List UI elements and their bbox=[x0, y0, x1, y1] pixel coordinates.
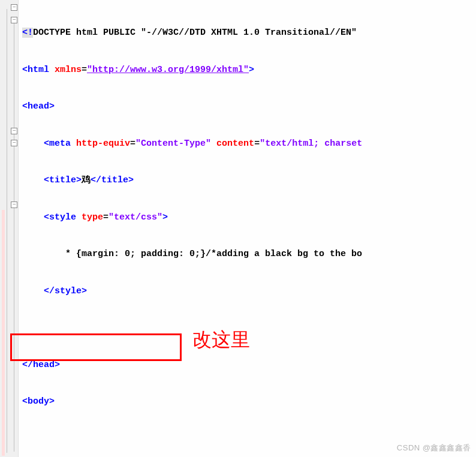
meta-tag: <meta bbox=[44, 139, 71, 149]
html-tag: <html bbox=[22, 65, 49, 75]
eq: = bbox=[254, 139, 260, 149]
head-close: </head> bbox=[22, 360, 60, 370]
fold-toggle-icon[interactable]: − bbox=[11, 17, 17, 23]
title-open: <title> bbox=[44, 175, 82, 185]
fold-toggle-icon[interactable]: − bbox=[11, 202, 17, 208]
fold-guide bbox=[7, 9, 7, 453]
eq: = bbox=[82, 65, 87, 75]
tag-close: > bbox=[249, 65, 254, 75]
attr: http-equiv bbox=[71, 139, 130, 149]
tag-close: > bbox=[162, 212, 168, 223]
attr-value: "http://www.w3.org/1999/xhtml" bbox=[87, 65, 249, 75]
attr-value: "Content-Type" bbox=[135, 139, 211, 149]
title-close: </title> bbox=[91, 175, 134, 185]
doctype-text: DOCTYPE html PUBLIC "-//W3C//DTD XHTML 1… bbox=[33, 28, 362, 38]
attr: type bbox=[76, 212, 103, 223]
attr-value: "text/html; charset bbox=[260, 139, 362, 149]
code-editor[interactable]: − − − − − <!DOCTYPE html PUBLIC "-//W3C/… bbox=[0, 0, 476, 457]
css-text: * {margin: 0; padding: 0;}/*adding a bla… bbox=[65, 249, 362, 259]
attr: xmlns bbox=[49, 65, 82, 75]
fold-toggle-icon[interactable]: − bbox=[11, 128, 17, 134]
code-area[interactable]: <!DOCTYPE html PUBLIC "-//W3C//DTD XHTML… bbox=[19, 0, 476, 457]
doctype-open: <! bbox=[22, 28, 33, 38]
eq: = bbox=[103, 212, 109, 223]
attr-value: "text/css" bbox=[109, 212, 162, 223]
gutter: − − − − − bbox=[0, 0, 19, 457]
style-open: <style bbox=[44, 212, 76, 223]
highlight-box bbox=[10, 333, 182, 361]
fold-guide bbox=[14, 20, 14, 452]
body-tag: <body> bbox=[22, 396, 55, 407]
head-tag: <head> bbox=[22, 101, 55, 112]
annotation-text: 改这里 bbox=[192, 333, 250, 346]
fold-toggle-icon[interactable]: − bbox=[11, 4, 17, 11]
title-text: 鸡 bbox=[82, 175, 91, 185]
style-close: </style> bbox=[44, 286, 87, 296]
attr: content bbox=[211, 139, 254, 149]
eq: = bbox=[130, 139, 135, 149]
fold-toggle-icon[interactable]: − bbox=[11, 140, 17, 146]
change-bar bbox=[2, 210, 5, 456]
